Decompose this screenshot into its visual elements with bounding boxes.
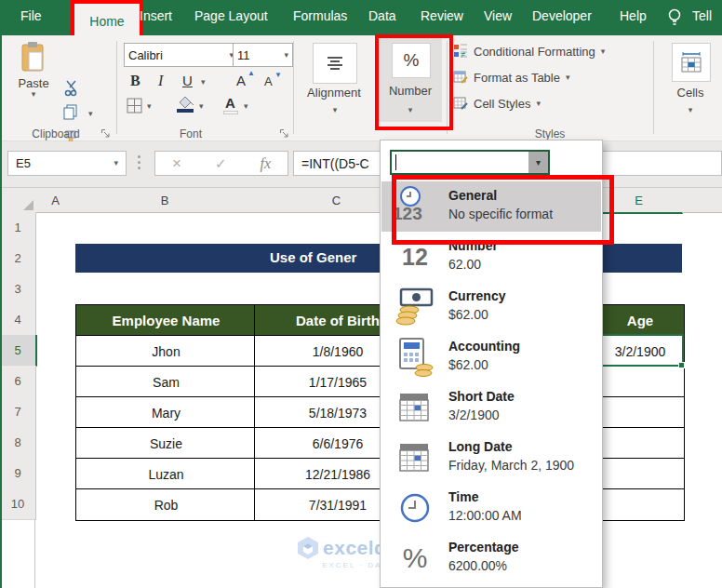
- accounting-icon: [394, 337, 436, 378]
- tab-insert[interactable]: Insert: [140, 8, 172, 23]
- row-header-4[interactable]: 4: [0, 304, 36, 336]
- font-color-button[interactable]: A: [225, 95, 235, 111]
- cells-button[interactable]: [672, 43, 711, 82]
- underline-button[interactable]: U: [182, 73, 193, 88]
- shrink-font-button[interactable]: A: [264, 74, 273, 88]
- cell-B10[interactable]: Rob: [75, 488, 257, 521]
- cell-B8[interactable]: Suzie: [75, 427, 257, 460]
- format-as-table-icon: [453, 70, 468, 85]
- format-option-short-date[interactable]: Short Date 3/2/1900: [381, 382, 601, 433]
- combobox-dropdown-arrow-icon[interactable]: ▾: [528, 152, 548, 173]
- ribbon: Paste ▾ ▾ Clipboard Calibri ▾ 11 ▾ B I U…: [0, 35, 722, 141]
- number-format-button[interactable]: %: [392, 43, 431, 78]
- row-header-9[interactable]: 9: [0, 458, 36, 489]
- underline-chevron-icon[interactable]: ▾: [201, 78, 206, 87]
- formula-text: =INT((D5-C: [301, 156, 369, 171]
- formula-bar-resize-handle[interactable]: [138, 155, 140, 169]
- cancel-icon[interactable]: ×: [172, 154, 181, 173]
- format-option-long-date[interactable]: Long Date Friday, March 2, 1900: [381, 433, 601, 483]
- row-header-10[interactable]: 10: [0, 488, 36, 520]
- cell-B9[interactable]: Luzan: [75, 458, 257, 490]
- row-header-2[interactable]: 2: [0, 243, 36, 274]
- format-option-subtitle: No specific format: [448, 207, 553, 221]
- alignment-button[interactable]: [313, 43, 357, 84]
- cell-E5-active[interactable]: 3/2/1900: [595, 335, 685, 368]
- number-chevron-icon[interactable]: ▾: [406, 106, 415, 114]
- tab-home[interactable]: Home: [89, 14, 124, 29]
- name-box[interactable]: E5 ▾: [7, 151, 127, 176]
- row-header-1[interactable]: 1: [0, 212, 36, 244]
- borders-icon[interactable]: [127, 98, 142, 114]
- borders-chevron-icon[interactable]: ▾: [147, 102, 152, 111]
- fill-color-bar: [177, 109, 194, 113]
- cell-B6[interactable]: Sam: [75, 366, 257, 398]
- name-box-value: E5: [16, 156, 31, 170]
- cell-E7[interactable]: [595, 396, 685, 429]
- copy-icon[interactable]: [63, 104, 78, 120]
- group-separator: [293, 41, 294, 134]
- font-color-chevron-icon[interactable]: ▾: [244, 102, 248, 111]
- fill-handle[interactable]: [678, 362, 685, 368]
- font-name-value: Calibri: [128, 48, 163, 62]
- row-header-7[interactable]: 7: [0, 396, 36, 428]
- row-header-3[interactable]: 3: [0, 274, 36, 305]
- insert-function-icon[interactable]: fx: [260, 155, 271, 172]
- cell-B7[interactable]: Mary: [75, 396, 257, 429]
- tab-data[interactable]: Data: [368, 8, 396, 23]
- format-as-table-chevron-icon: ▾: [566, 74, 570, 82]
- tab-page-layout[interactable]: Page Layout: [194, 8, 268, 23]
- column-header-F[interactable]: [682, 188, 722, 213]
- paste-button[interactable]: Paste ▾: [11, 41, 56, 127]
- font-dialog-launcher-icon[interactable]: [279, 128, 289, 139]
- row-header-5-active[interactable]: 5: [0, 335, 37, 367]
- fill-color-chevron-icon[interactable]: ▾: [199, 102, 204, 111]
- cell-styles-button[interactable]: Cell Styles ▾: [453, 96, 541, 111]
- fill-color-icon[interactable]: [175, 95, 195, 109]
- column-header-B[interactable]: B: [75, 188, 255, 213]
- tab-view[interactable]: View: [484, 8, 512, 23]
- table-header-employee-name[interactable]: Employee Name: [75, 304, 257, 337]
- conditional-formatting-button[interactable]: ≠ Conditional Formatting ▾: [453, 44, 605, 59]
- cell-E9[interactable]: [595, 458, 685, 490]
- copy-chevron-icon[interactable]: ▾: [88, 110, 93, 118]
- grow-font-button[interactable]: A: [236, 73, 246, 88]
- tab-tell-me[interactable]: Tell: [692, 8, 712, 23]
- format-option-currency[interactable]: Currency $62.00: [381, 282, 601, 332]
- bold-button[interactable]: B: [130, 73, 140, 89]
- row-header-6[interactable]: 6: [0, 366, 36, 397]
- format-option-accounting[interactable]: Accounting $62.00: [381, 332, 601, 382]
- font-size-combo[interactable]: 11 ▾: [233, 43, 293, 67]
- italic-button[interactable]: I: [158, 73, 163, 89]
- cell-B5[interactable]: Jhon: [75, 335, 257, 368]
- row-header-8[interactable]: 8: [0, 427, 36, 459]
- format-option-number[interactable]: 12 Number 62.00: [381, 232, 601, 282]
- column-header-A[interactable]: A: [35, 188, 76, 213]
- alignment-chevron-icon[interactable]: ▾: [330, 106, 340, 114]
- select-all-corner[interactable]: [0, 188, 36, 213]
- enter-icon[interactable]: ✓: [215, 155, 227, 172]
- cell-E10[interactable]: [595, 488, 685, 521]
- cells-chevron-icon[interactable]: ▾: [686, 106, 695, 114]
- format-as-table-button[interactable]: Format as Table ▾: [453, 70, 570, 85]
- number-format-combobox[interactable]: ▾: [390, 150, 550, 175]
- table-header-age[interactable]: Age: [595, 304, 685, 337]
- tab-file[interactable]: File: [20, 8, 42, 23]
- tab-formulas[interactable]: Formulas: [293, 8, 347, 23]
- cell-E6[interactable]: [595, 366, 685, 398]
- column-header-E[interactable]: E: [595, 188, 683, 214]
- font-name-combo[interactable]: Calibri ▾: [124, 43, 238, 67]
- percentage-icon: %: [403, 542, 428, 574]
- lightbulb-icon[interactable]: [667, 7, 682, 28]
- format-option-percentage[interactable]: % Percentage 6200.00%: [381, 533, 601, 583]
- clipboard-dialog-launcher-icon[interactable]: [100, 128, 111, 139]
- text-caret: [395, 154, 396, 170]
- tab-help[interactable]: Help: [620, 8, 647, 23]
- cell-E8[interactable]: [595, 427, 685, 460]
- format-option-time[interactable]: Time 12:00:00 AM: [381, 483, 601, 533]
- tab-developer[interactable]: Developer: [532, 8, 592, 23]
- font-size-value: 11: [237, 48, 250, 62]
- format-option-subtitle: $62.00: [448, 357, 488, 372]
- format-option-general[interactable]: 123 General No specific format: [381, 181, 601, 232]
- cut-icon[interactable]: [63, 80, 80, 97]
- tab-review[interactable]: Review: [421, 8, 463, 23]
